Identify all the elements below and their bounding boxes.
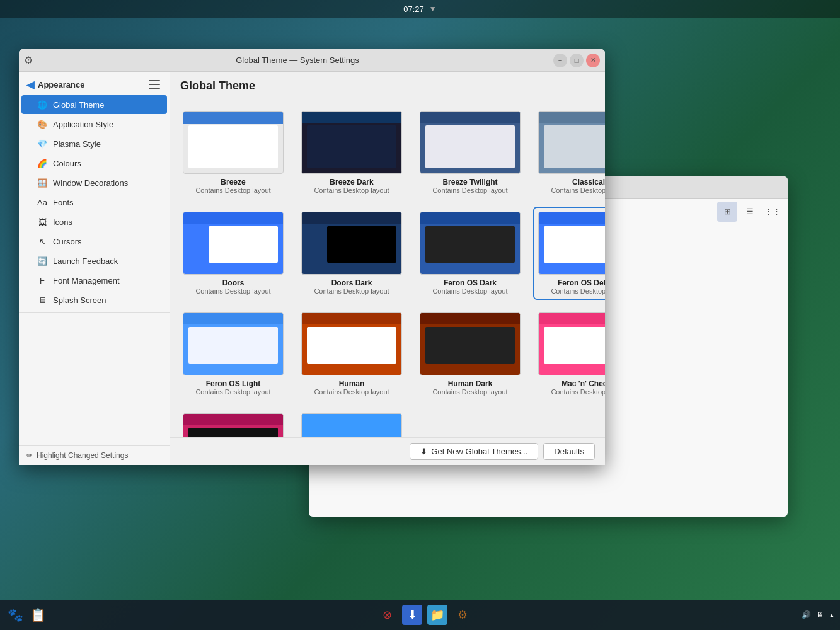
- page-title: Global Theme: [170, 72, 605, 98]
- theme-preview-partial2: ☞: [301, 413, 402, 437]
- taskbar-desktop-icon[interactable]: 🐾: [5, 605, 25, 625]
- theme-preview-human-dark: [420, 312, 521, 375]
- theme-item-classical[interactable]: ClassicalContains Desktop layout: [533, 106, 605, 199]
- theme-name-human-dark: Human Dark: [448, 379, 493, 388]
- theme-item-mac-n-cheese[interactable]: Mac 'n' CheeseContains Desktop layout: [533, 307, 605, 401]
- fm-detail-view-button[interactable]: ⋮⋮: [762, 202, 783, 222]
- splash-screen-icon: 🖥: [37, 294, 48, 306]
- sidebar-item-colours[interactable]: 🌈Colours: [21, 154, 167, 173]
- theme-item-partial2[interactable]: ☞: [296, 408, 407, 437]
- sidebar-item-cursors[interactable]: ↖Cursors: [21, 232, 167, 251]
- theme-preview-feron-os-light: [183, 312, 284, 375]
- theme-preview-breeze-twilight: [420, 111, 521, 174]
- settings-body: ◀ Appearance 🌐Global Theme🎨Application S…: [19, 72, 605, 465]
- theme-item-feron-os-dark[interactable]: Feron OS DarkContains Desktop layout: [415, 207, 526, 300]
- theme-item-doors[interactable]: DoorsContains Desktop layout: [178, 207, 289, 300]
- taskbar: 🐾 📋 ⊗ ⬇ 📁 ⚙ 🔊 🖥 ▲: [0, 600, 840, 630]
- taskbar-arrow-icon[interactable]: ▲: [829, 612, 835, 619]
- main-content: Global Theme BreezeContains Desktop layo…: [170, 72, 605, 465]
- theme-subtitle-doors: Contains Desktop layout: [195, 287, 270, 295]
- defaults-button[interactable]: Defaults: [543, 443, 595, 460]
- launch-feedback-label: Launch Feedback: [53, 256, 118, 266]
- themes-grid-container[interactable]: BreezeContains Desktop layoutBreeze Dark…: [170, 98, 605, 437]
- theme-name-breeze-twilight: Breeze Twilight: [442, 178, 497, 186]
- theme-item-breeze-twilight[interactable]: Breeze TwilightContains Desktop layout: [415, 106, 526, 199]
- settings-window: ⚙ Global Theme — System Settings − □ ✕ ◀…: [19, 49, 605, 465]
- theme-name-human: Human: [339, 379, 365, 388]
- sidebar-item-application-style[interactable]: 🎨Application Style: [21, 115, 167, 134]
- taskbar-left: 🐾 📋: [5, 605, 48, 625]
- theme-preview-classical: [538, 111, 605, 174]
- settings-window-title: Global Theme — System Settings: [42, 55, 553, 65]
- theme-subtitle-doors-dark: Contains Desktop layout: [314, 287, 389, 295]
- theme-name-feron-os-dark: Feron OS Dark: [444, 278, 497, 287]
- fm-list-view-button[interactable]: ☰: [740, 202, 760, 222]
- icons-label: Icons: [53, 217, 72, 227]
- main-footer: ⬇ Get New Global Themes... Defaults: [170, 437, 605, 465]
- theme-subtitle-feron-os-default: Contains Desktop layout: [551, 287, 605, 295]
- theme-item-partial1[interactable]: [178, 408, 289, 437]
- close-button[interactable]: ✕: [586, 54, 600, 67]
- sidebar-item-launch-feedback[interactable]: 🔄Launch Feedback: [21, 251, 167, 270]
- taskbar-downloader[interactable]: ⬇: [402, 605, 422, 625]
- taskbar-vivaldi[interactable]: ⊗: [377, 605, 397, 625]
- window-decorations-icon: 🪟: [37, 177, 48, 188]
- window-decorations-label: Window Decorations: [53, 178, 128, 188]
- theme-item-human-dark[interactable]: Human DarkContains Desktop layout: [415, 307, 526, 401]
- fm-grid-view-button[interactable]: ⊞: [717, 202, 737, 222]
- theme-item-doors-dark[interactable]: Doors DarkContains Desktop layout: [296, 207, 407, 300]
- back-icon[interactable]: ◀: [26, 79, 34, 91]
- theme-subtitle-breeze-dark: Contains Desktop layout: [314, 186, 389, 194]
- taskbar-volume-icon[interactable]: 🔊: [802, 610, 811, 619]
- maximize-button[interactable]: □: [570, 54, 584, 67]
- theme-preview-partial1: [183, 413, 284, 437]
- theme-preview-breeze: [183, 111, 284, 174]
- application-style-label: Application Style: [53, 120, 113, 129]
- splash-screen-label: Splash Screen: [53, 295, 106, 305]
- sidebar-item-font-management[interactable]: FFont Management: [21, 271, 167, 290]
- sidebar-item-plasma-style[interactable]: 💎Plasma Style: [21, 134, 167, 153]
- fonts-icon: Aa: [37, 197, 48, 208]
- highlight-changed-button[interactable]: ✏ Highlight Changed Settings: [19, 445, 170, 465]
- settings-titlebar: ⚙ Global Theme — System Settings − □ ✕: [19, 49, 605, 72]
- theme-item-feron-os-light[interactable]: Feron OS LightContains Desktop layout: [178, 307, 289, 401]
- get-themes-label: Get New Global Themes...: [431, 447, 527, 456]
- sidebar-item-splash-screen[interactable]: 🖥Splash Screen: [21, 290, 167, 309]
- theme-preview-feron-os-dark: [420, 212, 521, 275]
- theme-item-breeze[interactable]: BreezeContains Desktop layout: [178, 106, 289, 199]
- sidebar-item-window-decorations[interactable]: 🪟Window Decorations: [21, 173, 167, 192]
- cursors-icon: ↖: [37, 236, 48, 247]
- minimize-button[interactable]: −: [553, 54, 567, 67]
- taskbar-center: ⊗ ⬇ 📁 ⚙: [48, 605, 802, 625]
- theme-preview-mac-n-cheese: [538, 312, 605, 375]
- theme-item-breeze-dark[interactable]: Breeze DarkContains Desktop layout: [296, 106, 407, 199]
- launch-feedback-icon: 🔄: [37, 255, 48, 266]
- taskbar-settings-app[interactable]: ⚙: [452, 605, 473, 625]
- taskbar-monitor-icon[interactable]: 🖥: [816, 610, 824, 619]
- taskbar-files-icon[interactable]: 📋: [28, 605, 48, 625]
- get-new-themes-button[interactable]: ⬇ Get New Global Themes...: [410, 443, 538, 460]
- plasma-style-icon: 💎: [37, 138, 48, 149]
- theme-subtitle-breeze: Contains Desktop layout: [195, 186, 270, 194]
- theme-subtitle-mac-n-cheese: Contains Desktop layout: [551, 388, 605, 396]
- theme-preview-breeze-dark: [301, 111, 402, 174]
- theme-name-mac-n-cheese: Mac 'n' Cheese: [561, 379, 605, 388]
- theme-name-doors-dark: Doors Dark: [331, 278, 372, 287]
- sidebar: ◀ Appearance 🌐Global Theme🎨Application S…: [19, 72, 170, 465]
- theme-item-human[interactable]: HumanContains Desktop layout: [296, 307, 407, 401]
- taskbar-folder-app[interactable]: 📁: [427, 605, 447, 625]
- sidebar-items-container: 🌐Global Theme🎨Application Style💎Plasma S…: [19, 94, 170, 310]
- global-theme-label: Global Theme: [53, 100, 104, 110]
- sidebar-item-fonts[interactable]: AaFonts: [21, 193, 167, 212]
- sidebar-item-global-theme[interactable]: 🌐Global Theme: [21, 95, 167, 114]
- hamburger-menu-button[interactable]: [147, 77, 162, 92]
- theme-item-feron-os-default[interactable]: Feron OS DefaultContains Desktop layout: [533, 207, 605, 300]
- clock-dropdown[interactable]: ▼: [429, 4, 437, 13]
- theme-subtitle-human-dark: Contains Desktop layout: [432, 388, 507, 396]
- fonts-label: Fonts: [53, 198, 74, 207]
- titlebar-controls: − □ ✕: [553, 54, 600, 67]
- global-theme-icon: 🌐: [37, 99, 48, 110]
- sidebar-item-icons[interactable]: 🖼Icons: [21, 212, 167, 231]
- colours-icon: 🌈: [37, 158, 48, 169]
- cursors-label: Cursors: [53, 237, 82, 246]
